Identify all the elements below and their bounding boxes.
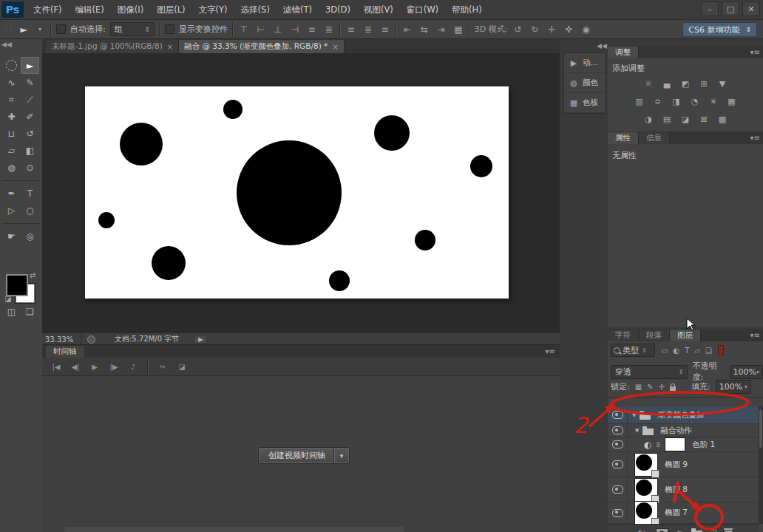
split-clip-button[interactable]: ✂ (157, 363, 168, 371)
color-panel-button[interactable]: ◍颜色 (564, 73, 606, 93)
distribute-right-icon[interactable]: ⇥ (435, 24, 447, 35)
photo-filter-icon[interactable]: ◔ (689, 96, 701, 106)
fill-field[interactable]: 100%▾ (716, 380, 751, 394)
tab-属性[interactable]: 属性 (608, 132, 639, 144)
path-selection-tool[interactable]: ▷ (2, 202, 21, 219)
document-tab-2[interactable]: 融合 @ 33.3% (渐变颜色叠加, RGB/8) *× (179, 40, 345, 53)
3d-rotate-icon[interactable]: ↺ (512, 24, 523, 35)
distribute-left-icon[interactable]: ⇤ (401, 24, 413, 35)
tab-信息[interactable]: 信息 (639, 132, 670, 144)
exposure-icon[interactable]: ⊞ (698, 78, 710, 89)
expand-triangle-icon[interactable]: ▼ (635, 428, 639, 434)
canvas-artboard[interactable] (85, 86, 509, 299)
layer-row[interactable]: 椭圆 7 (608, 502, 759, 524)
channel-mixer-icon[interactable]: ✳ (708, 96, 719, 106)
tab-adjustments[interactable]: 调整 (608, 47, 639, 58)
swatches-panel-button[interactable]: ▦色板 (564, 93, 606, 113)
play-button[interactable]: ▶ (89, 363, 100, 371)
gradient-tool[interactable]: ◧ (21, 142, 39, 159)
panel-menu-icon[interactable]: ▾≡ (750, 48, 760, 56)
menu-item[interactable]: 帮助(H) (445, 0, 489, 19)
ellipse-shape-tool[interactable]: ○ (21, 202, 39, 219)
foreground-color-swatch[interactable] (6, 274, 28, 296)
tab-段落[interactable]: 段落 (639, 330, 670, 341)
expand-triangle-icon[interactable]: ▼ (632, 412, 636, 418)
align-top-edges-icon[interactable]: ⊤ (238, 24, 250, 35)
visibility-toggle[interactable] (608, 477, 628, 502)
menu-item[interactable]: 窗口(W) (400, 0, 445, 19)
status-menu-arrow-icon[interactable]: ▶ (195, 336, 206, 343)
show-transform-checkbox[interactable] (165, 24, 174, 34)
new-adjustment-icon[interactable]: ◐ (676, 529, 683, 532)
tab-字符[interactable]: 字符 (608, 330, 639, 341)
layers-scrollbar[interactable] (759, 406, 763, 524)
filter-adjustment-layers-icon[interactable]: ◐ (673, 347, 679, 355)
visibility-toggle[interactable] (608, 437, 628, 451)
posterize-icon[interactable]: ▤ (661, 114, 673, 124)
layer-row[interactable]: ▼融合动作 (608, 424, 759, 437)
auto-select-checkbox[interactable] (56, 24, 66, 34)
clone-stamp-tool[interactable]: ⊔ (2, 125, 21, 142)
blend-mode-combo[interactable]: 穿透⇕ (611, 365, 688, 379)
actions-panel-button[interactable]: ▶动… (564, 53, 606, 73)
vibrance-icon[interactable]: ▼ (716, 78, 728, 89)
lock-transparency-icon[interactable]: ▦ (635, 383, 642, 391)
distribute-bottom-icon[interactable]: ≡ (379, 24, 391, 35)
distribute-hcenter-icon[interactable]: ⇆ (418, 24, 430, 35)
visibility-toggle[interactable] (608, 452, 628, 477)
create-video-timeline-button[interactable]: 创建视频时间轴 (259, 448, 334, 463)
menu-item[interactable]: 文字(Y) (192, 0, 234, 19)
auto-align-icon[interactable]: ▦ (452, 24, 464, 35)
align-horizontal-centers-icon[interactable]: ≡ (306, 24, 318, 35)
layer-row[interactable]: 椭圆 8 (608, 477, 759, 502)
history-brush-tool[interactable]: ↺ (21, 125, 39, 142)
add-mask-icon[interactable] (656, 528, 668, 532)
3d-drag-icon[interactable]: ✛ (546, 24, 557, 35)
layer-mask-thumbnail[interactable] (665, 437, 685, 451)
default-colors-icon[interactable]: ◪ (4, 295, 11, 303)
document-tab-1[interactable]: 未标题-1.jpg @ 100%(RGB/8)× (47, 40, 179, 53)
filter-type-layers-icon[interactable]: T (685, 347, 689, 355)
quick-mask-button[interactable]: ◫ (2, 303, 21, 320)
transition-button[interactable]: ◪ (177, 363, 187, 371)
eraser-tool[interactable]: ▱ (2, 142, 21, 159)
color-lookup-icon[interactable]: ▦ (726, 96, 738, 106)
layer-row[interactable]: 椭圆 9 (608, 452, 759, 477)
lasso-tool[interactable]: ∿ (2, 74, 21, 91)
panel-menu-icon[interactable]: ▾≡ (750, 331, 760, 339)
align-left-edges-icon[interactable]: ⊣ (289, 24, 301, 35)
next-frame-button[interactable]: |▶ (109, 363, 119, 371)
collapse-toolbar-button[interactable]: ◀◀ (1, 41, 12, 48)
expand-dock-button[interactable]: ◀◀ (597, 42, 607, 50)
close-tab-icon[interactable]: × (167, 43, 173, 51)
align-bottom-edges-icon[interactable]: ⊥ (272, 24, 284, 35)
timeline-type-caret-icon[interactable]: ▾ (334, 448, 349, 463)
menu-item[interactable]: 文件(F) (27, 0, 69, 19)
zoom-tool[interactable]: ◎ (21, 228, 39, 245)
3d-scale-icon[interactable]: ◉ (580, 24, 591, 35)
move-tool[interactable]: ► (21, 57, 39, 74)
type-tool[interactable]: T (21, 185, 39, 202)
visibility-toggle[interactable] (608, 424, 628, 437)
menu-item[interactable]: 滤镜(T) (277, 0, 319, 19)
filter-shape-layers-icon[interactable]: ▱ (694, 347, 700, 355)
layer-row[interactable]: ◐8色阶 1 (608, 437, 759, 452)
3d-slide-icon[interactable]: ✜ (563, 24, 574, 35)
hue-saturation-icon[interactable]: ▥ (634, 96, 645, 106)
invert-icon[interactable]: ◑ (642, 114, 654, 124)
zoom-level-field[interactable]: 33.33% (42, 335, 81, 344)
menu-item[interactable]: 选择(S) (234, 0, 277, 19)
levels-icon[interactable]: ▄ (661, 78, 673, 89)
swap-colors-icon[interactable]: ⇄ (30, 271, 35, 279)
previous-frame-button[interactable]: ◀| (70, 363, 81, 371)
new-layer-icon[interactable]: ❏ (711, 529, 717, 532)
distribute-vcenter-icon[interactable]: ≣ (362, 24, 374, 35)
layer-thumbnail[interactable] (634, 478, 658, 502)
tool-preset-caret-icon[interactable]: ▾ (34, 26, 46, 33)
hand-tool[interactable]: ☛ (2, 228, 21, 245)
filter-toggle-switch[interactable] (718, 345, 724, 355)
visibility-toggle[interactable] (608, 502, 628, 523)
timeline-scrollbar[interactable] (64, 527, 404, 532)
gradient-map-icon[interactable]: ▩ (716, 114, 728, 124)
eyedropper-tool[interactable]: ⟋ (21, 91, 39, 108)
